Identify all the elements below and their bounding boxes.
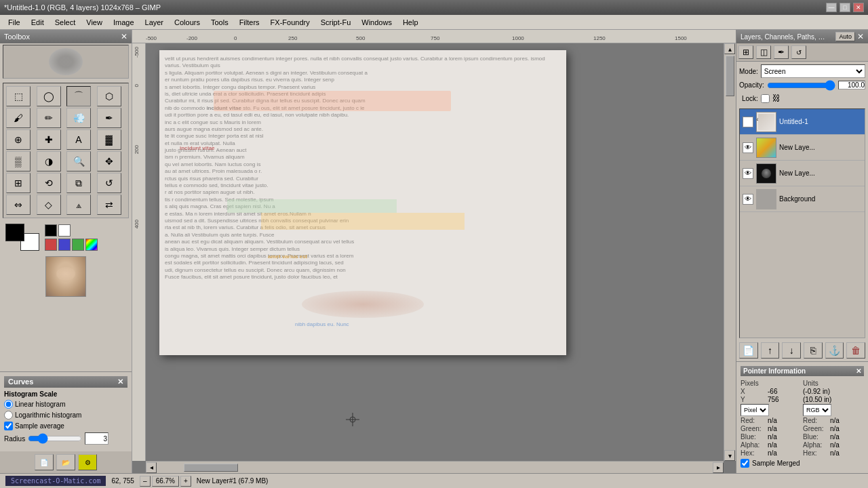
menu-colours[interactable]: Colours bbox=[169, 17, 205, 28]
radius-input[interactable] bbox=[85, 432, 108, 445]
toolbox-close-icon[interactable]: ✕ bbox=[121, 32, 127, 41]
scroll-up-button[interactable]: ▴ bbox=[724, 43, 735, 54]
open-image-button[interactable]: 📂 bbox=[56, 454, 75, 470]
duplicate-layer-button[interactable]: ⎘ bbox=[804, 342, 823, 359]
tool-perspective[interactable]: ⟁ bbox=[66, 195, 91, 215]
foreground-color[interactable] bbox=[5, 224, 24, 241]
linear-radio-label[interactable]: Linear histogram bbox=[4, 400, 65, 409]
menu-tools[interactable]: Tools bbox=[205, 17, 234, 28]
delete-layer-button[interactable]: 🗑 bbox=[846, 342, 865, 359]
color-rainbow[interactable] bbox=[85, 239, 98, 251]
opacity-slider[interactable] bbox=[767, 81, 835, 89]
tool-align[interactable]: ⊞ bbox=[6, 173, 31, 193]
tool-transform[interactable]: ⟲ bbox=[37, 173, 61, 193]
tool-airbrush[interactable]: 💨 bbox=[66, 108, 91, 128]
quick-red[interactable] bbox=[45, 239, 57, 251]
menu-view[interactable]: View bbox=[81, 17, 108, 28]
scroll-left-button[interactable]: ◂ bbox=[146, 462, 157, 473]
sample-average-label[interactable]: Sample average bbox=[4, 422, 64, 430]
tool-ellipse-select[interactable]: ◯ bbox=[37, 86, 61, 106]
fg-bg-colors[interactable] bbox=[5, 224, 39, 251]
layer-eye-0[interactable]: 👁 bbox=[743, 117, 753, 127]
anchor-layer-button[interactable]: ⚓ bbox=[825, 342, 844, 359]
menu-scriptfu[interactable]: Script-Fu bbox=[315, 17, 357, 28]
pixel-unit-select[interactable]: Pixel bbox=[741, 404, 769, 416]
menu-select[interactable]: Select bbox=[50, 17, 81, 28]
curves-close[interactable]: ✕ bbox=[117, 378, 123, 386]
quick-green[interactable] bbox=[72, 239, 84, 251]
mode-dropdown[interactable]: Screen Normal Multiply Overlay bbox=[761, 64, 865, 78]
sample-merged-checkbox[interactable] bbox=[741, 459, 749, 468]
layer-eye-3[interactable]: 👁 bbox=[743, 194, 753, 205]
raise-layer-button[interactable]: ↑ bbox=[761, 342, 780, 359]
scrollbar-thumb-h[interactable] bbox=[184, 464, 238, 472]
tool-crop[interactable]: ⧉ bbox=[66, 173, 91, 193]
tool-move[interactable]: ✥ bbox=[97, 151, 121, 171]
tool-pencil[interactable]: ✏ bbox=[37, 108, 61, 128]
sample-average-checkbox[interactable] bbox=[4, 422, 13, 430]
scroll-down-button[interactable]: ▾ bbox=[724, 450, 735, 461]
tool-rectangle-select[interactable]: ⬚ bbox=[6, 86, 31, 106]
color-model-select[interactable]: RGB HSV bbox=[803, 404, 831, 416]
menu-image[interactable]: Image bbox=[108, 17, 140, 28]
tool-zoom[interactable]: 🔍 bbox=[66, 151, 91, 171]
zoom-out-button[interactable]: – bbox=[140, 476, 151, 487]
tool-bucket[interactable]: ▓ bbox=[97, 129, 121, 150]
radius-slider[interactable] bbox=[28, 434, 82, 443]
horizontal-scrollbar[interactable]: ◂ ▸ bbox=[146, 461, 724, 473]
tool-dodge-burn[interactable]: ◑ bbox=[37, 151, 61, 171]
menu-layer[interactable]: Layer bbox=[140, 17, 170, 28]
layers-icon-tab[interactable]: ⊞ bbox=[738, 45, 753, 59]
tool-scale[interactable]: ⇔ bbox=[6, 195, 31, 215]
tool-flip[interactable]: ⇄ bbox=[97, 195, 121, 215]
maximize-button[interactable]: □ bbox=[840, 3, 850, 12]
paths-icon-tab[interactable]: ✒ bbox=[774, 45, 789, 59]
quick-blue[interactable] bbox=[58, 239, 71, 251]
tool-text[interactable]: A bbox=[66, 129, 91, 150]
minimize-button[interactable]: — bbox=[826, 3, 837, 12]
menu-edit[interactable]: Edit bbox=[26, 17, 50, 28]
quick-black[interactable] bbox=[45, 224, 57, 237]
tool-fuzzy-select[interactable]: ⬡ bbox=[97, 86, 121, 106]
tool-rotate[interactable]: ↺ bbox=[97, 173, 121, 193]
logarithmic-radio[interactable] bbox=[4, 411, 13, 420]
layer-eye-1[interactable]: 👁 bbox=[743, 142, 753, 153]
scroll-right-button[interactable]: ▸ bbox=[713, 462, 724, 473]
panel-close-icon[interactable]: ✕ bbox=[857, 32, 864, 41]
lower-layer-button[interactable]: ↓ bbox=[782, 342, 801, 359]
tool-blend[interactable]: ▒ bbox=[6, 151, 31, 171]
undo-icon-tab[interactable]: ↺ bbox=[791, 45, 806, 59]
logarithmic-radio-label[interactable]: Logarithmic histogram bbox=[4, 411, 81, 420]
tool-free-select[interactable]: ⌒ bbox=[66, 86, 91, 106]
layer-item-2[interactable]: 👁 New Laye... bbox=[740, 161, 865, 186]
canvas-scroll-area[interactable]: velit ut purus hendrerit auismes condime… bbox=[146, 43, 724, 461]
prefs-button[interactable]: ⚙ bbox=[78, 454, 97, 470]
new-image-button[interactable]: 📄 bbox=[35, 454, 54, 470]
zoom-percent[interactable]: 66.7% bbox=[152, 476, 179, 487]
layer-item-3[interactable]: 👁 Background bbox=[740, 186, 865, 212]
tool-heal[interactable]: ✚ bbox=[37, 129, 61, 150]
pointer-info-close[interactable]: ✕ bbox=[856, 367, 861, 375]
scrollbar-thumb-v[interactable] bbox=[726, 56, 734, 96]
menu-help[interactable]: Help bbox=[397, 17, 424, 28]
zoom-in-button[interactable]: + bbox=[180, 476, 191, 487]
lock-position-checkbox[interactable] bbox=[761, 94, 770, 103]
quick-white[interactable] bbox=[58, 224, 71, 237]
vertical-scrollbar[interactable]: ▴ ▾ bbox=[724, 43, 736, 461]
tool-ink[interactable]: ✒ bbox=[97, 108, 121, 128]
new-layer-button[interactable]: 📄 bbox=[739, 342, 758, 359]
menu-filters[interactable]: Filters bbox=[234, 17, 265, 28]
opacity-input[interactable] bbox=[838, 81, 865, 89]
menu-file[interactable]: File bbox=[3, 17, 26, 28]
layer-item-1[interactable]: 👁 New Laye... bbox=[740, 135, 865, 161]
menu-windows[interactable]: Windows bbox=[356, 17, 397, 28]
tool-paintbrush[interactable]: 🖌 bbox=[6, 108, 31, 128]
channels-icon-tab[interactable]: ◫ bbox=[756, 45, 771, 59]
tool-clone[interactable]: ⊕ bbox=[6, 129, 31, 150]
layer-eye-2[interactable]: 👁 bbox=[743, 168, 753, 179]
auto-button[interactable]: Auto bbox=[835, 32, 855, 41]
layer-item-0[interactable]: 👁 Untitled-1 bbox=[740, 109, 865, 135]
menu-fxfoundry[interactable]: FX-Foundry bbox=[265, 17, 315, 28]
tool-shear[interactable]: ◇ bbox=[37, 195, 61, 215]
close-button[interactable]: ✕ bbox=[853, 3, 864, 12]
